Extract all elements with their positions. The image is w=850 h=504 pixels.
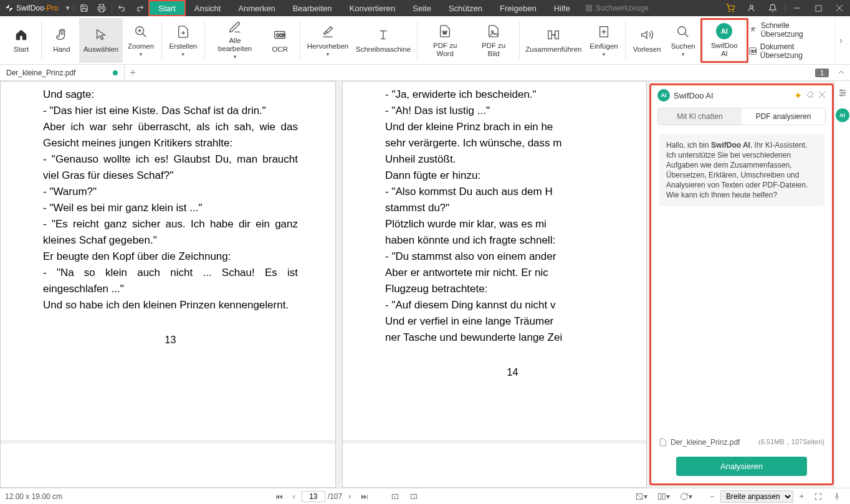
prev-page-button[interactable]: ‹	[289, 491, 299, 502]
undo-button[interactable]	[113, 0, 131, 16]
hand-icon	[55, 28, 69, 42]
user-button[interactable]	[741, 0, 762, 16]
bell-button[interactable]	[762, 0, 783, 16]
ai-attached-file: Der_kleine_Prinz.pdf (6.51MB，107Seiten)	[651, 432, 832, 452]
maximize-button[interactable]	[808, 0, 829, 16]
menu-anmerken[interactable]: Anmerken	[229, 0, 284, 16]
page-right-num: 14	[385, 364, 640, 381]
cursor-icon	[94, 28, 108, 42]
ai-rail-icon[interactable]: AI	[836, 108, 849, 122]
ribbon-hand[interactable]: Hand	[44, 18, 79, 63]
annotate-toggle[interactable]: ▾	[631, 491, 651, 502]
ribbon-search[interactable]: Suchen▼	[666, 18, 700, 63]
page-left-text: Und sagte: - "Das hier ist eine Kiste. D…	[43, 87, 298, 313]
ribbon-ocr[interactable]: OCR OCR	[262, 18, 297, 63]
collapse-tabbar-icon[interactable]	[833, 67, 850, 78]
last-page-button[interactable]: ⏭	[357, 491, 372, 502]
close-button[interactable]	[829, 0, 850, 16]
zoom-out-button[interactable]: −	[706, 491, 718, 502]
menu-bearbeiten[interactable]: Bearbeiten	[284, 0, 341, 16]
app-logo: SwifDoo-Pro	[0, 4, 63, 12]
text-icon	[376, 28, 390, 42]
app-dropdown-icon[interactable]: ▼	[63, 5, 72, 11]
menu-konvertieren[interactable]: Konvertieren	[341, 0, 404, 16]
ai-tab-analyze[interactable]: PDF analysieren	[742, 108, 825, 125]
file-image-icon	[487, 24, 500, 38]
menu-freigeben[interactable]: Freigeben	[491, 0, 545, 16]
pdf-page-left[interactable]: Und sagte: - "Das hier ist eine Kiste. D…	[0, 81, 336, 488]
ribbon-highlight[interactable]: Hervorheben▼	[303, 18, 352, 63]
current-page-input[interactable]	[302, 491, 325, 502]
svg-point-8	[750, 5, 753, 8]
tab-modified-dot[interactable]	[113, 70, 118, 75]
ai-tab-chat[interactable]: Mit KI chatten	[658, 108, 742, 125]
svg-rect-5	[590, 9, 592, 11]
save-button[interactable]	[75, 0, 93, 16]
highlighter-icon	[321, 25, 335, 39]
minimize-button[interactable]	[786, 0, 808, 16]
fullscreen-button[interactable]	[810, 491, 826, 502]
ribbon-swifdoo-ai[interactable]: AI SwifDoo AI	[700, 18, 748, 63]
menu-hilfe[interactable]: Hilfe	[545, 0, 579, 16]
menu-ansicht[interactable]: Ansicht	[186, 0, 230, 16]
svg-rect-46	[411, 494, 417, 498]
redo-button[interactable]	[131, 0, 148, 16]
print-button[interactable]	[93, 0, 110, 16]
ribbon-edit-all[interactable]: Alle bearbeiten▼	[208, 18, 263, 63]
total-pages: /107	[328, 492, 342, 501]
pin-button[interactable]	[829, 491, 845, 502]
svg-rect-27	[548, 31, 552, 39]
page-count-badge: 1	[815, 69, 829, 77]
zoom-in-button[interactable]: +	[796, 491, 808, 502]
sparkle-icon[interactable]: ✦	[794, 90, 802, 102]
ribbon-zoom[interactable]: Zoomen▼	[123, 18, 159, 63]
view-mode-button[interactable]: ▾	[654, 491, 674, 502]
ribbon-create[interactable]: Erstellen▼	[165, 18, 202, 63]
ribbon-merge[interactable]: Zusammenführen	[522, 18, 585, 63]
file-word-icon: W	[438, 24, 452, 38]
rotate-button[interactable]: ▾	[676, 491, 696, 502]
menu-seite[interactable]: Seite	[404, 0, 440, 16]
cart-button[interactable]	[720, 0, 741, 16]
svg-rect-3	[590, 6, 592, 8]
svg-rect-10	[815, 5, 821, 11]
menu-start[interactable]: Start	[148, 0, 185, 16]
next-page-button[interactable]: ›	[345, 491, 355, 502]
file-plus-icon	[176, 25, 190, 39]
grid-icon	[585, 4, 593, 12]
pdf-page-right[interactable]: - "Ja, erwiderte ich bescheiden." - "Ah!…	[342, 81, 647, 488]
nav-back-button[interactable]	[387, 491, 403, 502]
svg-rect-2	[586, 6, 588, 8]
eraser-icon[interactable]	[806, 90, 814, 101]
zoom-icon	[134, 25, 148, 39]
file-tab[interactable]: Der_kleine_Prinz.pdf	[0, 65, 125, 81]
ai-welcome-message: Hallo, ich bin SwifDoo AI, Ihr KI-Assist…	[659, 134, 824, 206]
add-tab-button[interactable]: ＋	[125, 65, 141, 81]
ribbon-doc-translate[interactable]: 文A Dokument Übersetzung	[748, 42, 831, 60]
ribbon-insert[interactable]: Einfügen▼	[585, 18, 623, 63]
ai-analyze-button[interactable]: Analysieren	[676, 457, 807, 476]
settings-rail-icon[interactable]	[836, 86, 849, 100]
first-page-button[interactable]: ⏮	[272, 491, 287, 502]
svg-point-44	[840, 95, 842, 97]
ribbon-typewriter[interactable]: Schreibmaschine	[353, 18, 414, 63]
ribbon-scroll-right[interactable]: ›	[835, 16, 846, 65]
ribbon-start[interactable]: Start	[4, 18, 39, 63]
search-tools[interactable]: Suchwerkzeuge	[579, 4, 655, 12]
close-panel-icon[interactable]	[818, 90, 826, 101]
ribbon-pdf-word[interactable]: W PDF zu Word	[419, 18, 470, 63]
translate-icon	[748, 25, 758, 35]
zoom-select[interactable]: Breite anpassen	[720, 490, 793, 503]
menu-schuetzen[interactable]: Schützen	[440, 0, 491, 16]
ribbon-pdf-bild[interactable]: PDF zu Bild	[470, 18, 517, 63]
main-menu: Start Ansicht Anmerken Bearbeiten Konver…	[148, 0, 655, 16]
ribbon-select[interactable]: Auswählen	[79, 18, 123, 63]
ocr-icon: OCR	[273, 28, 287, 42]
statusbar: 12.00 x 19.00 cm ⏮ ‹ /107 › ⏭ ▾ ▾ ▾ − Br…	[0, 488, 850, 504]
ribbon-quick-translate[interactable]: Schnelle Übersetzung	[748, 21, 831, 39]
file-icon	[659, 438, 667, 447]
nav-forward-button[interactable]	[406, 491, 422, 502]
svg-rect-0	[100, 9, 104, 12]
page-dimensions: 12.00 x 19.00 cm	[5, 492, 62, 501]
ribbon-read[interactable]: Vorlesen	[628, 18, 666, 63]
